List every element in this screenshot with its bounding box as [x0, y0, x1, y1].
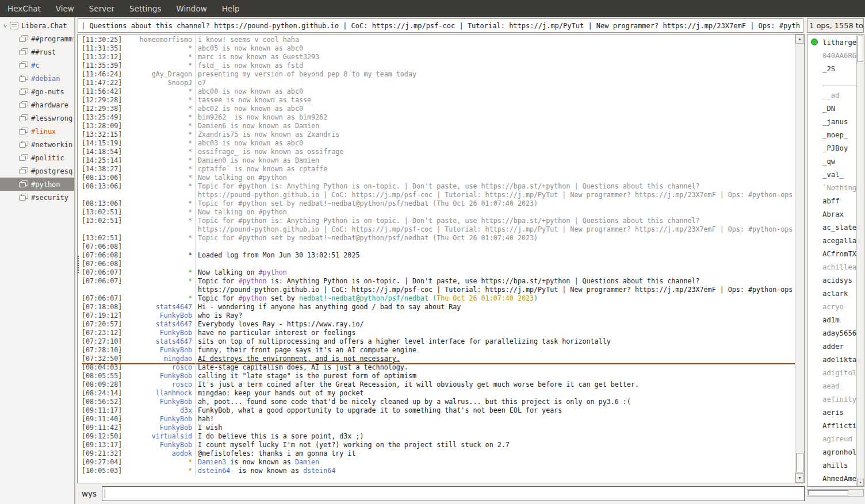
- user-list-item[interactable]: adder: [807, 340, 857, 353]
- message: I count myself lucky I'm not (yet?) work…: [196, 441, 795, 449]
- user-list-item[interactable]: acegallag: [807, 234, 857, 247]
- nick-column[interactable]: FunkyBob: [124, 424, 196, 432]
- own-nick-label[interactable]: wys: [82, 489, 97, 498]
- channel-item-python[interactable]: #python: [0, 178, 74, 191]
- channel-item-lesswrong[interactable]: #lesswrong: [0, 111, 74, 125]
- user-list-item[interactable]: _PJBoy: [807, 141, 857, 155]
- nick-column[interactable]: FunkyBob: [124, 415, 196, 424]
- user-list-item[interactable]: aeris: [807, 406, 857, 419]
- user-list-item[interactable]: agronholm: [807, 445, 857, 459]
- user-list-item[interactable]: Afflictio: [807, 419, 857, 432]
- nick-column[interactable]: gAy_Dragon: [124, 70, 196, 79]
- channel-item-debian[interactable]: #debian: [0, 72, 74, 85]
- nick-column[interactable]: rosco: [124, 380, 196, 389]
- chat-line: [08:13:06]*Now talking on #python: [82, 174, 795, 182]
- channel-item-programmi[interactable]: ##programmi: [0, 32, 74, 45]
- scroll-down-icon[interactable]: ▾: [795, 473, 804, 483]
- user-list-item[interactable]: aefinity: [807, 393, 857, 406]
- user-list-item[interactable]: adigitole: [807, 366, 857, 379]
- channel-item-postgresq[interactable]: #postgresq: [0, 164, 74, 178]
- timestamp: [09:11:42]: [82, 424, 124, 432]
- user-list-item[interactable]: agireud: [807, 432, 857, 445]
- nick-column[interactable]: d3x: [124, 406, 196, 415]
- message-segment: Damien0 is now known as Damien: [198, 156, 319, 164]
- tree-expander-icon[interactable]: ▽: [1, 23, 9, 29]
- user-list-item[interactable]: _janus: [807, 115, 857, 128]
- user-list-item[interactable]: adeliktas: [807, 353, 857, 366]
- timestamp: [11:32:12]: [82, 53, 124, 61]
- user-list-item[interactable]: _val_: [807, 168, 857, 181]
- channel-item-security[interactable]: #security: [0, 191, 74, 204]
- user-list-item[interactable]: Abrax: [807, 207, 857, 221]
- nick-column[interactable]: rosco: [124, 363, 196, 372]
- user-list-scrollbar[interactable]: ▾: [856, 35, 864, 486]
- chat-line: [07:06:08]*Loaded log from Mon Jun 30 13…: [82, 251, 795, 260]
- user-list-item[interactable]: 040AA6RGY: [807, 49, 857, 62]
- nick-column[interactable]: FunkyBob: [124, 346, 196, 355]
- user-list-item[interactable]: ahills: [807, 459, 857, 472]
- message-input[interactable]: [102, 486, 805, 501]
- chat-line: [08:05:55]FunkyBobcalling it "late stage…: [82, 372, 795, 380]
- channel-item-go-nuts[interactable]: #go-nuts: [0, 85, 74, 98]
- user-list-item[interactable]: aday56565: [807, 326, 857, 340]
- nick-column: *: [124, 294, 196, 303]
- nick-column[interactable]: FunkyBob: [124, 329, 196, 337]
- channel-item-hardware[interactable]: #hardware: [0, 98, 74, 111]
- nick-column[interactable]: FunkyBob: [124, 311, 196, 320]
- user-list-item[interactable]: _qw: [807, 155, 857, 168]
- menu-window[interactable]: Window: [169, 0, 214, 17]
- user-list-item[interactable]: AhmedAmer: [807, 472, 857, 485]
- nick-column[interactable]: FunkyBob: [124, 441, 196, 449]
- nick-column[interactable]: stats4647: [124, 303, 196, 311]
- channel-item-rust[interactable]: ##rust: [0, 45, 74, 59]
- channel-item-linux[interactable]: #linux: [0, 125, 74, 138]
- user-list-item[interactable]: `Nothing4: [807, 181, 857, 194]
- user-list-hscrollbar[interactable]: [807, 489, 864, 497]
- user-list-item[interactable]: __ad: [807, 89, 857, 102]
- user-list-item[interactable]: achilleas: [807, 260, 857, 274]
- channel-item-c[interactable]: #c: [0, 59, 74, 72]
- chat-scrollbar[interactable]: ▴ ▾: [795, 34, 804, 483]
- chat-line: [07:18:08]stats4647Hi - wondering if any…: [82, 303, 795, 311]
- user-list-item[interactable]: aclark: [807, 287, 857, 300]
- server-row-libera-chat[interactable]: ▽ Libera.Chat: [0, 19, 74, 32]
- message: fstd_ is now known as fstd: [196, 61, 795, 70]
- user-list-hscrollbar-thumb[interactable]: [808, 490, 848, 495]
- user-list-item[interactable]: acryo: [807, 300, 857, 313]
- topic-input[interactable]: [78, 18, 803, 33]
- nick-column[interactable]: mingdao: [124, 355, 196, 363]
- channel-item-networkin[interactable]: #networkin: [0, 138, 74, 151]
- user-list-item[interactable]: litharge: [807, 36, 857, 49]
- channel-item-politic[interactable]: #politic: [0, 151, 74, 164]
- nick-column[interactable]: FunkyBob: [124, 398, 196, 406]
- menu-settings[interactable]: Settings: [122, 0, 169, 17]
- user-list-item[interactable]: abff: [807, 194, 857, 207]
- user-list-item[interactable]: ac_slater: [807, 221, 857, 234]
- menu-view[interactable]: View: [48, 0, 82, 17]
- nick-column[interactable]: stats4647: [124, 337, 196, 346]
- nick-column[interactable]: FunkyBob: [124, 372, 196, 380]
- user-list-item[interactable]: _DN: [807, 102, 857, 115]
- user-list-item[interactable]: ________: [807, 75, 857, 89]
- timestamp: [09:13:17]: [82, 441, 124, 449]
- user-list-item[interactable]: ad1m: [807, 313, 857, 326]
- user-list-item[interactable]: _2S: [807, 62, 857, 75]
- user-list-item[interactable]: acidsys: [807, 274, 857, 287]
- user-list-item[interactable]: _moep_: [807, 128, 857, 141]
- nick-column[interactable]: llanhmock: [124, 389, 196, 398]
- nick-column[interactable]: virtualsid: [124, 432, 196, 441]
- timestamp: [07:06:07]: [82, 268, 124, 277]
- user-list-item[interactable]: ACfromTX: [807, 247, 857, 260]
- user-scroll-down-icon[interactable]: ▾: [857, 479, 864, 486]
- user-list-scrollbar-thumb[interactable]: [858, 36, 863, 62]
- nick-column[interactable]: aodok: [124, 449, 196, 458]
- menu-hexchat[interactable]: HexChat: [0, 0, 48, 17]
- chat-scrollbar-thumb[interactable]: [796, 453, 803, 472]
- user-list-item[interactable]: aead_: [807, 379, 857, 393]
- nick-column[interactable]: homeomorfismo: [124, 36, 196, 44]
- menu-server[interactable]: Server: [82, 0, 122, 17]
- scroll-up-icon[interactable]: ▴: [795, 34, 804, 44]
- nick-column[interactable]: SnoopJ: [124, 79, 196, 87]
- nick-column[interactable]: stats4647: [124, 320, 196, 329]
- menu-help[interactable]: Help: [215, 0, 247, 17]
